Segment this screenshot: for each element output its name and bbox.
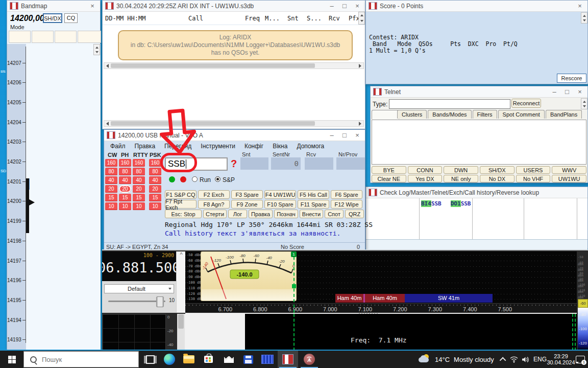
telnet-command-button[interactable]: UW1WU bbox=[552, 175, 586, 182]
telnet-command-button[interactable]: Clear NE bbox=[372, 175, 406, 182]
log-col-header[interactable]: Call bbox=[188, 15, 203, 22]
taskbar-search[interactable] bbox=[23, 351, 139, 367]
search-input[interactable] bbox=[41, 355, 130, 364]
task-view-icon[interactable] bbox=[141, 351, 159, 368]
band-button[interactable]: 20 bbox=[119, 185, 131, 193]
band-button[interactable]: 10 bbox=[119, 202, 131, 210]
scroll-right-icon[interactable] bbox=[359, 64, 363, 68]
shdx-button[interactable]: SH/DX bbox=[43, 13, 62, 23]
minimize-icon[interactable]: – bbox=[327, 130, 337, 141]
telnet-tab[interactable]: Filters bbox=[473, 110, 497, 119]
fkey-button[interactable]: F3 Spare bbox=[231, 190, 263, 199]
clock[interactable]: 23:29 30.04.2024 bbox=[549, 351, 573, 368]
telnet-command-button[interactable]: USERS bbox=[516, 166, 551, 174]
spectrum-app-icon[interactable] bbox=[258, 351, 277, 368]
wifi-icon[interactable] bbox=[508, 351, 520, 368]
telnet-type-input[interactable] bbox=[389, 99, 510, 109]
mode-field[interactable] bbox=[55, 31, 77, 43]
sentnr-field[interactable]: 0 bbox=[271, 157, 301, 170]
band-button[interactable]: 80 bbox=[149, 168, 161, 175]
tuned-freq-marker[interactable] bbox=[293, 251, 295, 313]
fkey-button[interactable]: F4 UW1WU bbox=[264, 190, 296, 199]
action-button[interactable]: Познач bbox=[274, 210, 298, 218]
maximize-icon[interactable]: □ bbox=[339, 130, 350, 141]
scroll-thumb[interactable] bbox=[111, 121, 315, 126]
action-button[interactable]: QRZ bbox=[345, 210, 364, 218]
minimize-icon[interactable]: – bbox=[549, 87, 559, 97]
close-icon[interactable]: × bbox=[352, 130, 362, 141]
mail-icon[interactable] bbox=[219, 351, 238, 368]
store-icon[interactable] bbox=[199, 351, 217, 368]
scroll-left-icon[interactable] bbox=[104, 64, 109, 68]
band-button[interactable]: 160 bbox=[133, 159, 145, 167]
volume-icon[interactable] bbox=[520, 351, 531, 368]
telnet-command-button[interactable]: NE only bbox=[444, 175, 478, 182]
telnet-command-button[interactable]: CONN bbox=[408, 166, 443, 174]
palette-selected[interactable]: -60 bbox=[578, 299, 588, 308]
band-button[interactable]: 15 bbox=[105, 194, 117, 201]
fkey-button[interactable]: F7 Rpt Exch bbox=[165, 200, 197, 209]
close-icon[interactable]: × bbox=[575, 1, 585, 11]
log-hscrollbar-top[interactable] bbox=[104, 62, 364, 69]
log-col-header[interactable]: Freq bbox=[245, 15, 260, 22]
preset-dropdown[interactable]: Default bbox=[104, 284, 174, 293]
fkey-button[interactable]: F2 Exch bbox=[198, 190, 230, 199]
log-col-header[interactable]: Rcv bbox=[329, 15, 340, 22]
band-button[interactable]: 160 bbox=[105, 159, 117, 167]
log-spinner[interactable] bbox=[358, 12, 365, 25]
band-button[interactable]: 80 bbox=[119, 168, 131, 175]
band-button[interactable]: 40 bbox=[133, 176, 145, 184]
telnet-titlebar[interactable]: Telnet – □ × bbox=[371, 86, 587, 98]
scroll-thumb[interactable] bbox=[111, 63, 315, 68]
marker-handle[interactable] bbox=[292, 284, 296, 288]
scope-scrollbar[interactable] bbox=[177, 314, 185, 351]
reconnect-button[interactable]: Reconnect bbox=[511, 99, 541, 108]
action-button[interactable]: Спот bbox=[325, 210, 344, 218]
log-col-header[interactable]: Snt bbox=[287, 15, 299, 22]
fkey-button[interactable]: F8 Agn? bbox=[198, 200, 230, 209]
score-spinner[interactable] bbox=[581, 12, 587, 24]
score-titlebar[interactable]: Score - 0 Points × bbox=[366, 1, 587, 12]
floppy-save-icon[interactable] bbox=[239, 351, 257, 368]
band-button[interactable]: 20 bbox=[105, 185, 117, 193]
fkey-button[interactable]: F9 Zone bbox=[231, 200, 263, 209]
nrprov-field[interactable] bbox=[336, 157, 365, 170]
tab-main[interactable] bbox=[372, 110, 399, 119]
bandmap-titlebar[interactable]: Bandmap × bbox=[7, 1, 100, 12]
entry-titlebar[interactable]: 14200,00 USB Manual - VFO A – □ × bbox=[104, 130, 365, 141]
telnet-tab[interactable]: BandPlans bbox=[546, 110, 582, 119]
band-button[interactable]: 40 bbox=[119, 176, 131, 184]
maximize-icon[interactable]: □ bbox=[562, 87, 572, 97]
minimize-icon[interactable]: – bbox=[327, 1, 337, 11]
slider-thumb[interactable] bbox=[156, 296, 164, 307]
sdr-scroll-column[interactable]: ^ bbox=[176, 251, 186, 313]
bandmap-spinner[interactable] bbox=[93, 44, 100, 55]
telnet-command-button[interactable]: BYE bbox=[372, 166, 406, 174]
telnet-command-button[interactable]: Yes DX bbox=[408, 175, 443, 182]
band-button[interactable]: 20 bbox=[149, 185, 161, 193]
action-button[interactable]: Правка bbox=[249, 210, 273, 218]
check-call[interactable]: DO1SSB bbox=[451, 200, 471, 207]
band-button[interactable]: 10 bbox=[133, 202, 145, 210]
telnet-spinner[interactable] bbox=[581, 98, 587, 109]
telnet-command-button[interactable]: DWN bbox=[444, 166, 478, 174]
weather-widget[interactable]: 14°C Mostly cloudy bbox=[419, 351, 498, 368]
band-button[interactable]: 15 bbox=[119, 194, 131, 201]
band-button[interactable]: 20 bbox=[133, 185, 145, 193]
band-button[interactable]: 80 bbox=[105, 168, 117, 175]
action-button[interactable]: Лог bbox=[228, 210, 247, 218]
fkey-button[interactable]: F10 Spare bbox=[264, 200, 296, 209]
log-col-header[interactable]: M... bbox=[265, 15, 280, 22]
mode-field[interactable] bbox=[32, 31, 54, 43]
band-button[interactable]: 40 bbox=[105, 176, 117, 184]
telnet-tab[interactable]: Bands/Modes bbox=[428, 110, 471, 119]
close-icon[interactable]: × bbox=[87, 1, 97, 11]
mode-field[interactable] bbox=[78, 31, 101, 43]
log-col-header[interactable]: S... bbox=[307, 15, 322, 22]
band-button[interactable]: 10 bbox=[105, 202, 117, 210]
fkey-button[interactable]: F1 S&P CQ bbox=[165, 190, 197, 199]
run-radio[interactable] bbox=[192, 176, 198, 182]
menu-item[interactable]: Конфіг bbox=[244, 143, 263, 150]
menu-item[interactable]: Допомога bbox=[297, 143, 324, 150]
action-button[interactable]: Внести bbox=[300, 210, 323, 218]
